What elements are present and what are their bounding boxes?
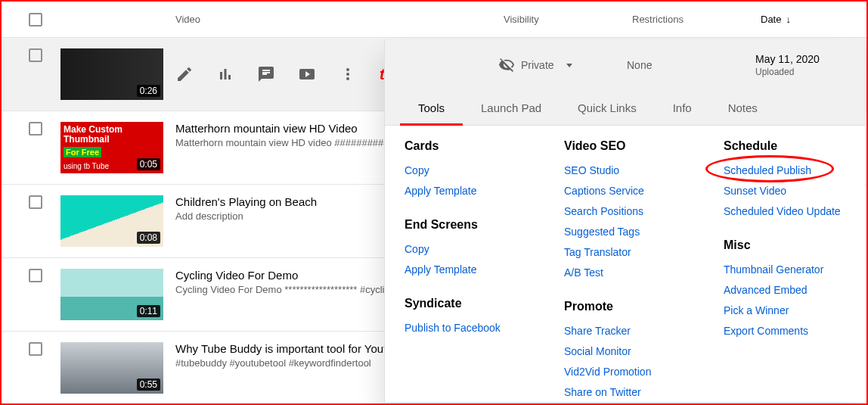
- column-header-date[interactable]: Date ↓: [761, 14, 851, 25]
- edit-icon[interactable]: [175, 65, 194, 83]
- tab-launch-pad[interactable]: Launch Pad: [463, 91, 560, 125]
- chevron-down-icon: [566, 64, 572, 67]
- panel-link-thumbnail-generator[interactable]: Thumbnail Generator: [724, 260, 845, 280]
- panel-info-strip: Private None May 11, 2020 Uploaded: [385, 39, 865, 91]
- panel-link-tag-translator[interactable]: Tag Translator: [564, 242, 686, 263]
- duration-badge: 0:05: [137, 158, 160, 170]
- section-heading: Promote: [564, 300, 686, 313]
- select-all-checkbox[interactable]: [29, 13, 42, 26]
- panel-link-sunset-video[interactable]: Sunset Video: [724, 181, 845, 201]
- duration-badge: 0:11: [137, 305, 160, 317]
- section-heading: Video SEO: [564, 139, 686, 153]
- panel-link-vid2vid-promotion[interactable]: Vid2Vid Promotion: [564, 362, 686, 382]
- tab-quick-links[interactable]: Quick Links: [560, 91, 655, 125]
- date-cell: May 11, 2020 Uploaded: [755, 53, 846, 77]
- tubebuddy-panel: Private None May 11, 2020 Uploaded Tools…: [384, 39, 865, 402]
- row-checkbox[interactable]: [29, 195, 42, 209]
- panel-link-search-positions[interactable]: Search Positions: [564, 201, 686, 222]
- section-heading: End Screens: [405, 218, 526, 232]
- video-thumbnail[interactable]: 0:55: [60, 342, 163, 394]
- panel-link-share-on-twitter[interactable]: Share on Twitter: [564, 382, 686, 403]
- panel-link-captions-service[interactable]: Captions Service: [564, 181, 686, 201]
- panel-link-share-tracker[interactable]: Share Tracker: [564, 321, 686, 341]
- duration-badge: 0:55: [137, 379, 160, 391]
- table-header: Video Visibility Restrictions Date ↓: [2, 2, 866, 38]
- section-heading: Cards: [405, 139, 526, 153]
- panel-link-copy[interactable]: Copy: [405, 239, 526, 260]
- panel-link-apply-template[interactable]: Apply Template: [405, 181, 526, 201]
- panel-link-advanced-embed[interactable]: Advanced Embed: [724, 280, 845, 301]
- more-options-icon[interactable]: [339, 65, 357, 83]
- visibility-cell[interactable]: Private: [498, 57, 627, 73]
- tab-tools[interactable]: Tools: [400, 91, 463, 125]
- section-heading: Syndicate: [405, 297, 526, 310]
- row-checkbox[interactable]: [29, 122, 42, 136]
- tab-notes[interactable]: Notes: [710, 91, 776, 125]
- column-header-visibility[interactable]: Visibility: [504, 14, 632, 25]
- panel-link-a/b-test[interactable]: A/B Test: [564, 263, 686, 283]
- panel-link-suggested-tags[interactable]: Suggested Tags: [564, 222, 686, 242]
- row-checkbox[interactable]: [29, 342, 42, 356]
- youtube-icon[interactable]: [298, 65, 316, 83]
- panel-body: CardsCopyApply TemplateEnd ScreensCopyAp…: [385, 126, 865, 405]
- analytics-icon[interactable]: [216, 65, 234, 83]
- private-icon: [498, 57, 515, 73]
- panel-link-copy[interactable]: Copy: [405, 160, 526, 181]
- section-heading: Misc: [724, 238, 845, 252]
- column-header-restrictions[interactable]: Restrictions: [632, 14, 761, 25]
- panel-link-seo-studio[interactable]: SEO Studio: [564, 160, 686, 181]
- comments-icon[interactable]: [257, 65, 275, 83]
- app-frame: Video Visibility Restrictions Date ↓ 0:2…: [0, 0, 868, 405]
- panel-column: Video SEOSEO StudioCaptions ServiceSearc…: [564, 139, 686, 403]
- video-thumbnail[interactable]: 0:11: [60, 269, 163, 320]
- video-thumbnail[interactable]: Make Custom Thumbnail For Free using tb …: [60, 122, 163, 173]
- panel-column: ScheduleScheduled PublishSunset VideoSch…: [724, 139, 845, 403]
- panel-tabs: ToolsLaunch PadQuick LinksInfoNotes: [385, 91, 865, 126]
- panel-link-export-comments[interactable]: Export Comments: [724, 321, 845, 341]
- panel-link-scheduled-publish[interactable]: Scheduled Publish: [724, 160, 845, 181]
- video-thumbnail[interactable]: 0:26: [60, 48, 163, 100]
- section-heading: Schedule: [724, 139, 845, 153]
- tab-info[interactable]: Info: [655, 91, 710, 125]
- panel-link-pick-a-winner[interactable]: Pick a Winner: [724, 301, 845, 321]
- duration-badge: 0:26: [137, 85, 160, 97]
- column-header-video[interactable]: Video: [175, 14, 504, 25]
- row-checkbox[interactable]: [29, 269, 42, 282]
- panel-column: CardsCopyApply TemplateEnd ScreensCopyAp…: [405, 139, 526, 403]
- panel-link-social-monitor[interactable]: Social Monitor: [564, 341, 686, 362]
- duration-badge: 0:08: [137, 232, 160, 244]
- panel-link-publish-to-facebook[interactable]: Publish to Facebook: [405, 318, 526, 338]
- row-actions: tb: [175, 48, 404, 100]
- restrictions-cell: None: [627, 59, 755, 71]
- panel-link-apply-template[interactable]: Apply Template: [405, 260, 526, 280]
- video-thumbnail[interactable]: 0:08: [60, 195, 163, 247]
- panel-link-scheduled-video-update[interactable]: Scheduled Video Update: [724, 201, 845, 222]
- row-checkbox[interactable]: [29, 48, 42, 62]
- sort-arrow-down-icon: ↓: [786, 14, 791, 25]
